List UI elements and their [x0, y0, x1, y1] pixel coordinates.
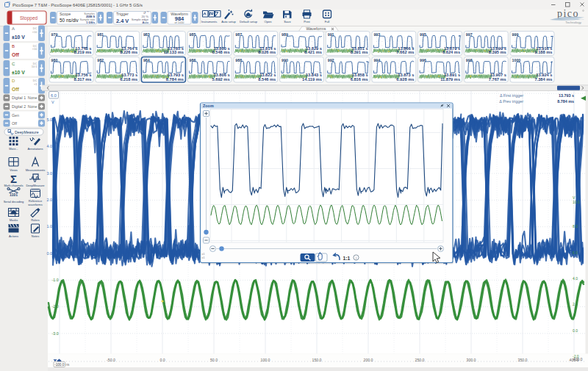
svg-text:Σ: Σ — [10, 173, 17, 185]
svg-text:3.0: 3.0 — [47, 171, 53, 176]
svg-text:350.0: 350.0 — [518, 358, 528, 362]
svg-text:Auto: Auto — [142, 21, 148, 24]
svg-text:7.662 ms: 7.662 ms — [396, 50, 414, 54]
svg-text:None: None — [28, 96, 37, 100]
svg-text:8.391 ms: 8.391 ms — [351, 50, 368, 54]
svg-text:×10: ×10 — [32, 47, 38, 51]
svg-text:2.0: 2.0 — [47, 198, 53, 202]
svg-text:4.0: 4.0 — [47, 144, 53, 148]
svg-text:PicoScope 7 T&M - PicoScope: PicoScope 7 T&M - PicoScope 6406E [JS815… — [12, 3, 143, 7]
svg-text:5.0: 5.0 — [47, 118, 53, 122]
svg-text:Default setup: Default setup — [240, 20, 258, 24]
svg-text:10.0: 10.0 — [573, 200, 580, 204]
svg-text:Technology: Technology — [565, 21, 582, 24]
svg-text:993: 993 — [373, 32, 380, 37]
svg-text:250.0: 250.0 — [415, 358, 425, 362]
svg-text:6.421 ms: 6.421 ms — [304, 50, 322, 54]
svg-text:×10: ×10 — [32, 30, 38, 34]
svg-text:waveforms: waveforms — [28, 203, 42, 206]
svg-text:-2.0: -2.0 — [52, 304, 59, 309]
svg-text:14.119 ms: 14.119 ms — [302, 77, 322, 82]
svg-text:-2.0: -2.0 — [573, 354, 579, 359]
svg-text:Views: Views — [10, 168, 18, 172]
svg-text:ns: ns — [66, 363, 71, 367]
svg-text:Off: Off — [12, 52, 20, 57]
svg-text:8.784 ms: 8.784 ms — [557, 99, 574, 104]
svg-text:0.0: 0.0 — [573, 328, 578, 333]
svg-text:6.548 ms: 6.548 ms — [212, 50, 230, 54]
svg-text:±10 V: ±10 V — [12, 70, 25, 75]
svg-text:Auto setup: Auto setup — [221, 20, 236, 24]
svg-text:Annotations: Annotations — [27, 147, 43, 151]
svg-text:8.0: 8.0 — [573, 224, 578, 228]
svg-text:10:1: 10:1 — [32, 65, 38, 68]
svg-text:0.0: 0.0 — [47, 251, 53, 256]
svg-text:Δ First trigger: Δ First trigger — [500, 93, 523, 98]
svg-text:Open: Open — [264, 20, 272, 24]
svg-text:8.226 ms: 8.226 ms — [120, 50, 137, 54]
svg-text:-1.0: -1.0 — [52, 278, 59, 282]
svg-text:C: C — [12, 62, 15, 66]
svg-text:12.133 ms: 12.133 ms — [164, 50, 184, 54]
svg-text:1 GS/s: 1 GS/s — [86, 21, 95, 24]
svg-text:6.928 ms: 6.928 ms — [396, 77, 414, 82]
svg-text:V: V — [51, 100, 54, 104]
svg-text:Waveforms: Waveforms — [306, 26, 326, 31]
svg-text:Rulers: Rulers — [31, 218, 40, 222]
svg-text:6.0: 6.0 — [573, 251, 578, 255]
svg-text:A: A — [12, 26, 15, 31]
svg-text:2.4 V: 2.4 V — [116, 18, 129, 24]
svg-text:B: B — [12, 44, 15, 48]
svg-text:11.879 ms: 11.879 ms — [440, 77, 460, 82]
svg-text:Serial decoding: Serial decoding — [4, 200, 24, 203]
svg-text:1.0: 1.0 — [47, 224, 53, 228]
svg-text:8.546 ms: 8.546 ms — [258, 77, 276, 82]
svg-text:Zoom: Zoom — [203, 104, 214, 108]
svg-text:Scope: Scope — [60, 12, 71, 16]
svg-text:300.0: 300.0 — [467, 358, 476, 362]
svg-text:5.692 ms: 5.692 ms — [212, 77, 230, 82]
svg-text:Stopped: Stopped — [20, 15, 38, 21]
svg-text:Instruments: Instruments — [201, 20, 217, 24]
svg-text:6.624 ms: 6.624 ms — [442, 50, 460, 54]
svg-text:More...: More... — [9, 147, 18, 151]
svg-text:Digital 1: Digital 1 — [12, 96, 26, 100]
svg-text:-50.0: -50.0 — [107, 358, 115, 362]
svg-text:Notes: Notes — [32, 234, 39, 238]
svg-text:8.026 ms: 8.026 ms — [258, 50, 276, 54]
svg-text:1:1: 1:1 — [343, 256, 351, 261]
svg-text:DeepMeasure: DeepMeasure — [26, 184, 45, 187]
svg-text:Math channels: Math channels — [4, 184, 23, 187]
svg-text:Digital 2: Digital 2 — [12, 104, 26, 109]
svg-text:Gen: Gen — [12, 113, 19, 118]
svg-text:150.0: 150.0 — [312, 358, 322, 362]
svg-text:200.0: 200.0 — [364, 358, 373, 362]
svg-text:6.816 ms: 6.816 ms — [351, 77, 368, 82]
svg-text:Actions: Actions — [9, 234, 18, 238]
svg-text:2.0: 2.0 — [573, 302, 578, 306]
svg-text:i: i — [356, 256, 356, 260]
svg-text:1101: 1101 — [10, 192, 18, 197]
svg-text:0.0: 0.0 — [159, 358, 165, 362]
svg-text:x1: x1 — [202, 253, 205, 256]
svg-text:of 1000: of 1000 — [175, 21, 185, 24]
svg-text:8.317 ms: 8.317 ms — [74, 77, 91, 82]
svg-text:50 ns/div: 50 ns/div — [60, 18, 79, 23]
svg-text:7.767 ms: 7.767 ms — [489, 77, 506, 82]
svg-text:7.384 ms: 7.384 ms — [534, 77, 552, 82]
svg-text:6.218 ms: 6.218 ms — [120, 77, 137, 82]
svg-text:-3.0: -3.0 — [52, 331, 59, 336]
svg-text:8.219 ms: 8.219 ms — [74, 50, 91, 54]
svg-text:Full: Full — [325, 20, 330, 24]
svg-text:×1: ×1 — [34, 82, 37, 86]
svg-text:Measurements: Measurements — [26, 168, 45, 172]
svg-text:D: D — [12, 79, 15, 83]
svg-text:Save: Save — [284, 20, 291, 24]
svg-text:8.395 ms: 8.395 ms — [489, 50, 506, 54]
svg-text:None: None — [28, 104, 37, 109]
svg-text:Off: Off — [12, 121, 17, 126]
svg-text:9.188 ms: 9.188 ms — [534, 50, 552, 54]
svg-text:8.784 ms: 8.784 ms — [166, 77, 184, 82]
svg-text:987: 987 — [235, 32, 242, 37]
svg-text:6.0: 6.0 — [51, 93, 57, 98]
